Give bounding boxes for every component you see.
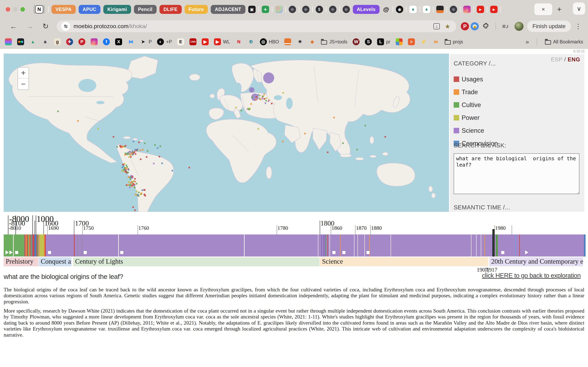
era-science[interactable]: Science [320,257,488,266]
bookmark-d-wave[interactable]: Ð [248,38,255,45]
bookmark-amazon[interactable]: a [42,38,49,45]
era-century-of-lights[interactable]: Century of Lights [73,257,320,266]
timeline-event-stripe[interactable] [244,234,245,257]
youtube-tab-icon[interactable]: ▶ [477,6,484,13]
tab-group-dlife[interactable]: DLIFE [159,5,182,14]
bookmark-cnn[interactable]: CNN [190,38,196,45]
legend-item-cultive[interactable]: Cultive [454,99,498,111]
timeline-event-stripe[interactable] [34,234,36,257]
bookmark-letterboxd[interactable] [17,38,24,45]
timeline-marker-tri[interactable] [9,250,13,254]
zoom-out-button[interactable]: − [18,78,29,90]
profile-avatar[interactable] [515,22,523,31]
tab-group-future[interactable]: Future [185,5,208,14]
green-plus-tab-icon[interactable]: + [262,6,269,13]
swirl-tab-icon[interactable]: @ [382,6,390,13]
timeline-event-stripe[interactable] [496,234,498,257]
notion-icon[interactable]: N [35,5,43,13]
timeline-event-stripe[interactable] [390,234,391,257]
bookmark-folder-projs[interactable]: projs [445,39,463,45]
zoom-window-button[interactable] [20,7,25,12]
timeline-event-stripe[interactable] [82,234,82,257]
globe-tab-icon[interactable]: ⊕ [289,6,296,13]
bookmark-youtube-wl[interactable]: ▶WL [214,38,230,45]
timeline-event-stripe[interactable] [471,234,471,257]
tealdrop-tab-icon[interactable]: ♦ [423,6,430,13]
bookmark-folder-js-tools[interactable]: JS+tools [321,39,347,45]
bookmark-arrow-orange[interactable]: > [408,38,415,45]
timeline-event-stripe[interactable] [364,234,365,257]
timeline-event-stripe[interactable] [13,234,14,257]
lang-eng[interactable]: ENG [568,57,580,63]
youtube-tab-icon[interactable]: ▶ [490,6,498,13]
bookmark-airline[interactable]: ✈ [66,38,73,45]
bookmark-w-red[interactable]: W [353,38,360,45]
timeline-event-stripe[interactable] [39,234,44,257]
timeline-event-stripe[interactable] [340,234,341,257]
era-prehistory[interactable]: Prehistory [4,257,38,266]
tab-group-adjacent[interactable]: ADJACENT [211,5,245,14]
timeline-event-stripe[interactable] [327,234,328,257]
darkorange-tab-icon[interactable] [436,6,444,13]
timeline-event-stripe[interactable] [325,234,326,257]
category-header[interactable]: CATEGORY /... [454,60,496,67]
bookmark-youtube[interactable]: ▶ [202,38,209,45]
timeline-event-stripe[interactable] [481,234,481,257]
timeline-marker-sq[interactable] [366,251,370,254]
timeline-event-stripe[interactable] [30,234,30,257]
bookmark-star-icon[interactable]: ★ [443,23,452,30]
tab-group-kirigami[interactable]: Kirigami [103,5,131,14]
timeline-event-stripe[interactable] [357,234,358,257]
timeline-event-stripe[interactable] [354,234,355,257]
pinterest-extension-icon[interactable]: P [461,22,469,30]
timeline-event-stripe[interactable] [25,234,26,257]
timeline-event-stripe[interactable] [45,234,46,257]
timeline-event-stripe[interactable] [74,234,75,257]
back-to-exploration-link[interactable]: click HERE to go back to exploration [482,272,581,279]
globe-tab-icon[interactable]: ⊕ [302,6,310,13]
active-tab[interactable]: × [534,3,552,15]
timeline-event-stripe[interactable] [519,234,520,257]
bookmark-sphere-plus-p[interactable]: ◐+P [157,38,172,45]
extensions-puzzle-icon[interactable] [480,22,492,31]
forward-button[interactable]: → [22,22,37,31]
browser-menu-dots-icon[interactable]: ⋮ [572,22,584,30]
timeline-marker-sq[interactable] [332,251,336,254]
timeline-event-stripe[interactable] [38,234,39,257]
bookmark-orange-card[interactable] [284,38,291,45]
tab-group-vespa[interactable]: VESPA [52,5,76,14]
timeline-event-stripe[interactable] [118,234,119,257]
bookmark-pinterest[interactable]: P [78,38,85,45]
timeline-marker-sq[interactable] [84,251,87,254]
timeline-marker-sq[interactable] [120,251,123,254]
onepassword-extension-icon[interactable]: 🔒 [471,22,479,30]
timeline[interactable]: -8000-8100-80101000160016901700175017601… [4,215,586,275]
semantic-time-header[interactable]: SEMANTIC TIME /... [454,204,510,211]
era-conquest-and[interactable]: Conquest and [39,257,71,266]
new-tab-button[interactable]: + [555,5,563,14]
site-settings-icon[interactable] [61,22,70,31]
instagram-tab-icon[interactable]: ○ [463,6,471,13]
bookmark-splash-blue[interactable]: ⚡ [420,38,427,45]
dollar-tab-icon[interactable]: $ [316,6,323,13]
timeline-marker-tri[interactable] [6,250,9,254]
lang-esp[interactable]: ESP [551,57,562,63]
timeline-event-stripe[interactable] [78,234,78,257]
globe-tab-icon[interactable]: ⊕ [343,6,350,13]
timeline-marker-sq[interactable] [501,251,504,254]
bookmark-l-pr[interactable]: Lpr [377,38,390,45]
bookmark-tinkercad[interactable] [396,38,403,45]
timeline-event-stripe[interactable] [584,234,586,257]
timeline-band[interactable] [4,234,586,257]
back-button[interactable]: ← [6,22,21,31]
address-bar[interactable]: moebio.protozoo.com/khoka/ ↓ ★ [57,20,456,32]
blackdrop-tab-icon[interactable]: ◉ [396,6,403,13]
tab-group-pencil[interactable]: Pencil [134,5,156,14]
bookmark-figma[interactable] [5,38,12,45]
legend-item-trade[interactable]: Trade [454,86,498,99]
timeline-event-stripe[interactable] [493,229,494,257]
bookmark-goodreads[interactable]: g [54,38,61,45]
timeline-event-stripe[interactable] [318,234,318,257]
globe-tab-icon[interactable]: ⊕ [450,6,457,13]
reload-button[interactable]: ↻ [39,22,52,31]
